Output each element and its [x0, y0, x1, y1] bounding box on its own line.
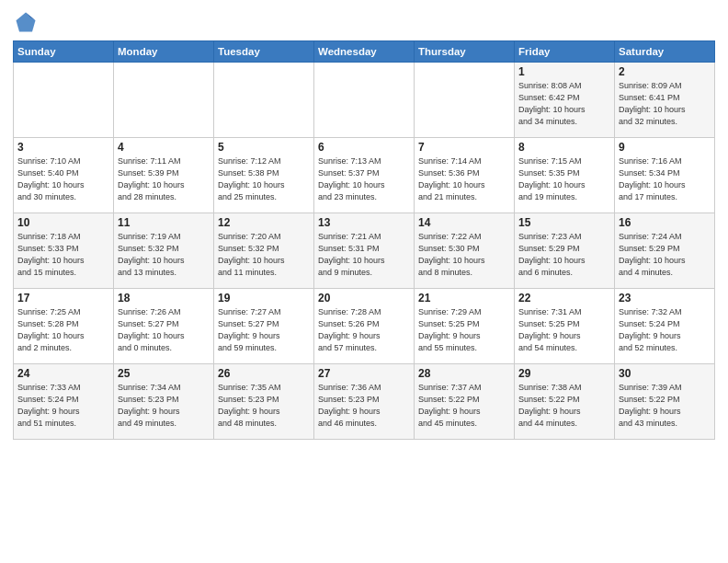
week-row-3: 10Sunrise: 7:18 AM Sunset: 5:33 PM Dayli…	[14, 213, 715, 289]
day-info: Sunrise: 7:19 AM Sunset: 5:32 PM Dayligh…	[118, 231, 210, 279]
week-row-5: 24Sunrise: 7:33 AM Sunset: 5:24 PM Dayli…	[14, 364, 715, 440]
day-cell: 30Sunrise: 7:39 AM Sunset: 5:22 PM Dayli…	[615, 364, 715, 440]
weekday-monday: Monday	[114, 41, 214, 63]
day-number: 26	[218, 367, 310, 380]
day-number: 15	[518, 216, 610, 229]
day-cell: 17Sunrise: 7:25 AM Sunset: 5:28 PM Dayli…	[14, 289, 114, 364]
day-info: Sunrise: 7:39 AM Sunset: 5:22 PM Dayligh…	[619, 382, 711, 430]
day-number: 25	[118, 367, 210, 380]
day-info: Sunrise: 7:22 AM Sunset: 5:30 PM Dayligh…	[418, 231, 510, 279]
day-number: 2	[619, 65, 711, 78]
day-info: Sunrise: 7:12 AM Sunset: 5:38 PM Dayligh…	[218, 155, 310, 203]
day-number: 7	[418, 141, 510, 154]
day-info: Sunrise: 7:24 AM Sunset: 5:29 PM Dayligh…	[619, 231, 711, 279]
day-info: Sunrise: 7:26 AM Sunset: 5:27 PM Dayligh…	[118, 306, 210, 354]
week-row-1: 1Sunrise: 8:08 AM Sunset: 6:42 PM Daylig…	[14, 63, 715, 138]
day-cell: 5Sunrise: 7:12 AM Sunset: 5:38 PM Daylig…	[214, 138, 314, 213]
day-info: Sunrise: 7:37 AM Sunset: 5:22 PM Dayligh…	[418, 382, 510, 430]
day-cell: 28Sunrise: 7:37 AM Sunset: 5:22 PM Dayli…	[415, 364, 515, 440]
day-number: 29	[518, 367, 610, 380]
day-info: Sunrise: 7:21 AM Sunset: 5:31 PM Dayligh…	[318, 231, 410, 279]
day-number: 23	[619, 292, 711, 304]
header	[13, 9, 715, 35]
logo-icon	[13, 9, 39, 35]
day-number: 14	[418, 216, 510, 229]
weekday-header-row: SundayMondayTuesdayWednesdayThursdayFrid…	[14, 41, 715, 63]
day-cell: 20Sunrise: 7:28 AM Sunset: 5:26 PM Dayli…	[314, 289, 415, 364]
day-cell: 6Sunrise: 7:13 AM Sunset: 5:37 PM Daylig…	[314, 138, 415, 213]
day-number: 30	[619, 367, 711, 380]
day-cell: 16Sunrise: 7:24 AM Sunset: 5:29 PM Dayli…	[615, 213, 715, 289]
day-cell: 11Sunrise: 7:19 AM Sunset: 5:32 PM Dayli…	[114, 213, 214, 289]
weekday-saturday: Saturday	[615, 41, 715, 63]
day-number: 17	[17, 292, 109, 304]
day-info: Sunrise: 7:31 AM Sunset: 5:25 PM Dayligh…	[518, 306, 610, 354]
day-number: 28	[418, 367, 510, 380]
day-cell: 3Sunrise: 7:10 AM Sunset: 5:40 PM Daylig…	[14, 138, 114, 213]
day-number: 9	[619, 141, 711, 154]
day-info: Sunrise: 7:36 AM Sunset: 5:23 PM Dayligh…	[318, 382, 410, 430]
day-number: 4	[118, 141, 210, 154]
week-row-2: 3Sunrise: 7:10 AM Sunset: 5:40 PM Daylig…	[14, 138, 715, 213]
day-cell: 13Sunrise: 7:21 AM Sunset: 5:31 PM Dayli…	[314, 213, 415, 289]
day-info: Sunrise: 7:15 AM Sunset: 5:35 PM Dayligh…	[518, 155, 610, 203]
day-number: 11	[118, 216, 210, 229]
day-cell: 10Sunrise: 7:18 AM Sunset: 5:33 PM Dayli…	[14, 213, 114, 289]
day-cell: 15Sunrise: 7:23 AM Sunset: 5:29 PM Dayli…	[515, 213, 615, 289]
day-cell	[314, 63, 415, 138]
day-number: 3	[17, 141, 109, 154]
day-cell: 21Sunrise: 7:29 AM Sunset: 5:25 PM Dayli…	[415, 289, 515, 364]
day-info: Sunrise: 7:23 AM Sunset: 5:29 PM Dayligh…	[518, 231, 610, 279]
day-number: 5	[218, 141, 310, 154]
day-info: Sunrise: 7:32 AM Sunset: 5:24 PM Dayligh…	[619, 306, 711, 354]
day-cell: 18Sunrise: 7:26 AM Sunset: 5:27 PM Dayli…	[114, 289, 214, 364]
day-info: Sunrise: 7:20 AM Sunset: 5:32 PM Dayligh…	[218, 231, 310, 279]
day-number: 24	[17, 367, 109, 380]
day-cell: 19Sunrise: 7:27 AM Sunset: 5:27 PM Dayli…	[214, 289, 314, 364]
day-cell: 23Sunrise: 7:32 AM Sunset: 5:24 PM Dayli…	[615, 289, 715, 364]
day-info: Sunrise: 7:28 AM Sunset: 5:26 PM Dayligh…	[318, 306, 410, 354]
day-info: Sunrise: 7:27 AM Sunset: 5:27 PM Dayligh…	[218, 306, 310, 354]
day-number: 6	[318, 141, 410, 154]
day-info: Sunrise: 7:35 AM Sunset: 5:23 PM Dayligh…	[218, 382, 310, 430]
day-cell: 2Sunrise: 8:09 AM Sunset: 6:41 PM Daylig…	[615, 63, 715, 138]
day-cell: 26Sunrise: 7:35 AM Sunset: 5:23 PM Dayli…	[214, 364, 314, 440]
day-number: 10	[17, 216, 109, 229]
week-row-4: 17Sunrise: 7:25 AM Sunset: 5:28 PM Dayli…	[14, 289, 715, 364]
day-info: Sunrise: 7:29 AM Sunset: 5:25 PM Dayligh…	[418, 306, 510, 354]
day-info: Sunrise: 7:18 AM Sunset: 5:33 PM Dayligh…	[17, 231, 109, 279]
day-info: Sunrise: 7:14 AM Sunset: 5:36 PM Dayligh…	[418, 155, 510, 203]
day-cell: 4Sunrise: 7:11 AM Sunset: 5:39 PM Daylig…	[114, 138, 214, 213]
weekday-thursday: Thursday	[415, 41, 515, 63]
day-number: 1	[518, 65, 610, 78]
svg-marker-1	[17, 13, 36, 32]
weekday-tuesday: Tuesday	[214, 41, 314, 63]
day-number: 12	[218, 216, 310, 229]
day-cell	[14, 63, 114, 138]
day-cell: 8Sunrise: 7:15 AM Sunset: 5:35 PM Daylig…	[515, 138, 615, 213]
calendar-table: SundayMondayTuesdayWednesdayThursdayFrid…	[13, 40, 715, 440]
weekday-wednesday: Wednesday	[314, 41, 415, 63]
day-cell: 22Sunrise: 7:31 AM Sunset: 5:25 PM Dayli…	[515, 289, 615, 364]
day-cell	[214, 63, 314, 138]
day-info: Sunrise: 7:16 AM Sunset: 5:34 PM Dayligh…	[619, 155, 711, 203]
day-number: 18	[118, 292, 210, 304]
day-number: 27	[318, 367, 410, 380]
page: SundayMondayTuesdayWednesdayThursdayFrid…	[0, 0, 728, 447]
day-info: Sunrise: 7:38 AM Sunset: 5:22 PM Dayligh…	[518, 382, 610, 430]
day-info: Sunrise: 8:08 AM Sunset: 6:42 PM Dayligh…	[518, 80, 610, 128]
day-info: Sunrise: 8:09 AM Sunset: 6:41 PM Dayligh…	[619, 80, 711, 128]
day-cell: 14Sunrise: 7:22 AM Sunset: 5:30 PM Dayli…	[415, 213, 515, 289]
logo	[13, 9, 42, 35]
day-info: Sunrise: 7:25 AM Sunset: 5:28 PM Dayligh…	[17, 306, 109, 354]
day-cell: 7Sunrise: 7:14 AM Sunset: 5:36 PM Daylig…	[415, 138, 515, 213]
day-cell: 1Sunrise: 8:08 AM Sunset: 6:42 PM Daylig…	[515, 63, 615, 138]
day-number: 16	[619, 216, 711, 229]
day-info: Sunrise: 7:33 AM Sunset: 5:24 PM Dayligh…	[17, 382, 109, 430]
day-cell	[114, 63, 214, 138]
day-info: Sunrise: 7:13 AM Sunset: 5:37 PM Dayligh…	[318, 155, 410, 203]
weekday-sunday: Sunday	[14, 41, 114, 63]
day-cell: 27Sunrise: 7:36 AM Sunset: 5:23 PM Dayli…	[314, 364, 415, 440]
weekday-friday: Friday	[515, 41, 615, 63]
day-info: Sunrise: 7:11 AM Sunset: 5:39 PM Dayligh…	[118, 155, 210, 203]
